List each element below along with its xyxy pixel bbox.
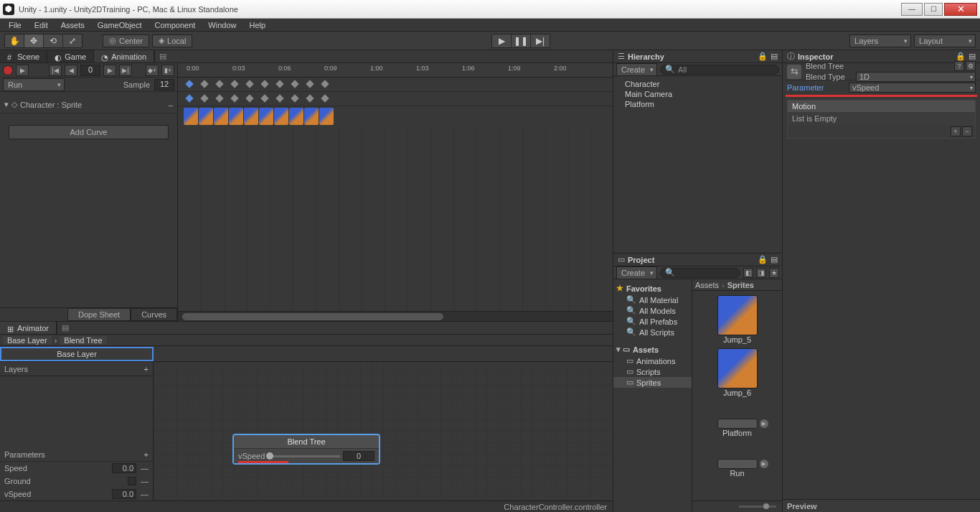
menu-component[interactable]: Component <box>149 20 201 30</box>
remove-param-button[interactable]: — <box>141 490 149 498</box>
panel-lock-icon[interactable]: 🔒 <box>758 255 768 264</box>
thumbnail-size-slider[interactable] <box>739 506 777 508</box>
object-name[interactable]: Blend Tree <box>806 62 950 70</box>
record-button[interactable] <box>3 65 13 75</box>
tab-animation[interactable]: ◔Animation <box>94 50 154 62</box>
tab-animator[interactable]: ⊞Animator <box>0 322 57 334</box>
play-icon[interactable]: ▶ <box>760 419 768 428</box>
param-row-speed[interactable]: Speed 0.0 — <box>0 462 153 475</box>
filter-label-button[interactable]: ◨ <box>756 268 766 278</box>
project-create-dropdown[interactable]: Create <box>616 266 657 279</box>
assets-heading[interactable]: ▾ ▭Assets <box>613 343 692 355</box>
summary-key-row[interactable] <box>178 78 613 92</box>
favorite-item[interactable]: 🔍All Scripts <box>613 327 692 338</box>
animator-graph[interactable]: Blend Tree vSpeed 0 <box>154 362 613 501</box>
last-key-button[interactable]: ▶| <box>119 65 132 76</box>
folder-item[interactable]: ▭Scripts <box>613 366 692 377</box>
favorites-heading[interactable]: ★Favorites <box>613 282 692 294</box>
favorite-item[interactable]: 🔍All Prefabs <box>613 316 692 327</box>
panel-options-button[interactable]: ▤ <box>57 322 73 334</box>
menu-assets[interactable]: Assets <box>55 20 90 30</box>
first-key-button[interactable]: |◀ <box>49 65 62 76</box>
foldout-icon[interactable]: ▾ <box>4 100 9 109</box>
path-segment[interactable]: Assets <box>695 281 719 289</box>
dope-sheet-button[interactable]: Dope Sheet <box>67 308 131 321</box>
prev-key-button[interactable]: ◀ <box>65 65 77 76</box>
add-motion-button[interactable]: + <box>951 126 961 136</box>
hierarchy-item[interactable]: Character <box>619 79 776 89</box>
anim-play-button[interactable]: ▶ <box>16 65 29 76</box>
breadcrumb-blend-tree[interactable]: Blend Tree <box>60 336 106 345</box>
project-grid[interactable]: Jump_5 Jump_6 ▶Platform ▶Run <box>692 291 782 501</box>
param-vspeed-value[interactable]: 0.0 <box>112 489 136 499</box>
asset-thumb[interactable]: Jump_6 <box>694 348 781 397</box>
param-speed-value[interactable]: 0.0 <box>112 463 136 473</box>
blend-tree-node[interactable]: Blend Tree vSpeed 0 <box>232 434 380 465</box>
scale-tool-button[interactable]: ⤢ <box>63 34 82 47</box>
menu-window[interactable]: Window <box>202 20 242 30</box>
asset-thumb[interactable]: ▶Run <box>694 442 781 478</box>
play-icon[interactable]: ▶ <box>760 460 768 468</box>
panel-options-button[interactable]: ▤ <box>969 52 976 61</box>
panel-lock-icon[interactable]: 🔒 <box>956 52 966 61</box>
hierarchy-item[interactable]: Main Camera <box>619 89 776 99</box>
window-close-button[interactable]: ✕ <box>944 3 977 16</box>
menu-edit[interactable]: Edit <box>29 20 54 30</box>
window-minimize-button[interactable]: — <box>901 3 923 16</box>
folder-item[interactable]: ▭Sprites <box>613 377 692 388</box>
play-button[interactable]: ▶ <box>492 34 511 47</box>
help-button[interactable]: ? <box>954 61 964 71</box>
asset-thumb[interactable]: ▶Platform <box>694 401 781 437</box>
panel-options-button[interactable]: ▤ <box>771 255 778 264</box>
window-maximize-button[interactable]: ☐ <box>924 3 943 16</box>
param-row-ground[interactable]: Ground — <box>0 475 153 488</box>
track-row[interactable]: ▾ ◇ Character : Sprite – <box>0 96 177 113</box>
layer-base-layer-button[interactable]: Base Layer <box>0 347 154 361</box>
remove-param-button[interactable]: — <box>141 464 149 473</box>
param-ground-checkbox[interactable] <box>128 477 136 485</box>
gear-icon[interactable]: ⚙ <box>966 61 976 71</box>
hand-tool-button[interactable]: ✋ <box>5 34 24 47</box>
favorite-item[interactable]: 🔍All Models <box>613 305 692 316</box>
pivot-mode-button[interactable]: ◎Center <box>103 34 149 47</box>
menu-help[interactable]: Help <box>243 20 271 30</box>
hierarchy-create-dropdown[interactable]: Create <box>616 63 657 76</box>
blend-node-slider[interactable] <box>268 455 340 457</box>
remove-motion-button[interactable]: − <box>962 126 972 136</box>
layout-dropdown[interactable]: Layout <box>914 34 976 47</box>
timeline-scrollbar[interactable] <box>178 311 613 321</box>
menu-gameobject[interactable]: GameObject <box>92 20 148 30</box>
step-button[interactable]: ▶| <box>531 34 550 47</box>
next-key-button[interactable]: ▶ <box>103 65 116 76</box>
panel-lock-icon[interactable]: 🔒 <box>758 52 768 61</box>
layers-dropdown[interactable]: Layers <box>849 34 911 47</box>
asset-thumb[interactable]: Jump_5 <box>694 295 781 344</box>
hierarchy-search[interactable]: 🔍All <box>660 65 779 75</box>
rotate-tool-button[interactable]: ⟲ <box>44 34 62 47</box>
add-parameter-button[interactable]: + <box>144 450 149 459</box>
handle-rotation-button[interactable]: ◈Local <box>152 34 192 47</box>
blend-node-value[interactable]: 0 <box>343 451 374 461</box>
curves-button[interactable]: Curves <box>131 308 177 321</box>
add-event-button[interactable]: ▮+ <box>161 65 174 76</box>
track-key-row[interactable] <box>178 92 613 106</box>
clip-dropdown[interactable]: Run <box>3 78 65 91</box>
remove-param-button[interactable]: — <box>141 477 149 485</box>
move-tool-button[interactable]: ✥ <box>24 34 43 47</box>
preview-header[interactable]: Preview <box>783 499 980 512</box>
add-layer-button[interactable]: + <box>144 365 149 373</box>
param-row-vspeed[interactable]: vSpeed 0.0 — <box>0 488 153 501</box>
path-segment[interactable]: Sprites <box>727 281 754 289</box>
panel-options-button[interactable]: ▤ <box>154 50 171 62</box>
add-curve-button[interactable]: Add Curve <box>9 125 169 139</box>
hierarchy-item[interactable]: Platform <box>619 99 776 109</box>
tab-scene[interactable]: #Scene <box>0 50 47 62</box>
pause-button[interactable]: ❚❚ <box>512 34 530 47</box>
folder-item[interactable]: ▭Animations <box>613 355 692 366</box>
sample-field[interactable]: 12 <box>154 79 174 90</box>
parameter-dropdown[interactable]: vSpeed <box>849 83 976 93</box>
timeline-area[interactable] <box>178 128 613 311</box>
breadcrumb-base-layer[interactable]: Base Layer <box>3 336 52 345</box>
blend-type-dropdown[interactable]: 1D <box>856 72 976 82</box>
save-search-button[interactable]: ★ <box>769 268 779 278</box>
